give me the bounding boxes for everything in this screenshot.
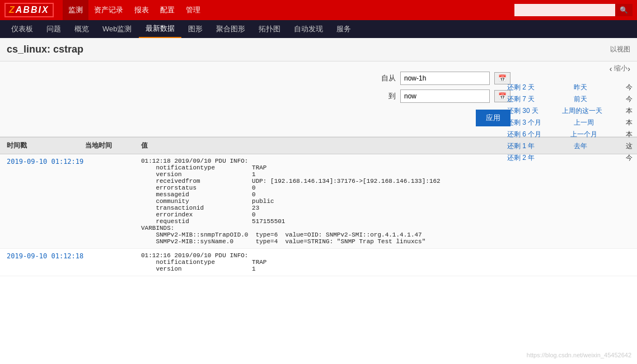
table-row: 2019-09-10 01:12:19 01:12:18 2019/09/10 … <box>0 154 637 249</box>
quick-link-lastweek[interactable]: 上一周 <box>574 118 594 127</box>
top-nav-reports[interactable]: 报表 <box>129 0 154 20</box>
quick-suffix-3: 本 <box>626 118 633 127</box>
quick-link-row-1: 还剩 7 天 前天 今 <box>503 93 637 105</box>
filter-collapse-bar: ‹ 缩小 › <box>605 62 637 75</box>
quick-link-lastyear[interactable]: 去年 <box>574 141 587 151</box>
logo-text: ZABBIX <box>4 3 54 17</box>
page-title-bar: cs_linux: cstrap 以视图 <box>0 38 637 62</box>
table-row: 2019-09-10 01:12:18 01:12:16 2019/09/10 … <box>0 249 637 276</box>
subnav-topology[interactable]: 拓扑图 <box>252 20 287 38</box>
quick-suffix-6: 今 <box>626 153 633 163</box>
cell-timestamp-0[interactable]: 2019-09-10 01:12:19 <box>7 158 85 166</box>
th-localtime: 当地时间 <box>85 141 141 150</box>
subnav-problems[interactable]: 问题 <box>40 20 68 38</box>
quick-link-row-3: 还剩 3 个月 上一周 本 <box>503 117 637 129</box>
search-box: 🔍 <box>514 4 633 16</box>
filter-to-row: 到 📅 <box>379 89 510 103</box>
quick-link-6months[interactable]: 还剩 6 个月 <box>507 130 541 139</box>
subnav-screens[interactable]: 聚合图形 <box>209 20 252 38</box>
quick-link-lastmonth[interactable]: 上一个月 <box>570 130 597 139</box>
page-title-right: 以视图 <box>610 45 630 54</box>
collapse-label[interactable]: 缩小 <box>614 64 627 73</box>
quick-links: 还剩 2 天 昨天 今 还剩 7 天 前天 今 还剩 30 天 上周的这一天 本… <box>503 78 637 167</box>
from-input[interactable] <box>400 72 490 85</box>
to-input[interactable] <box>400 89 490 103</box>
quick-link-yesterday[interactable]: 昨天 <box>574 83 587 92</box>
quick-link-daybefore[interactable]: 前天 <box>574 94 587 104</box>
to-label: 到 <box>379 91 396 101</box>
th-timestamp: 时间戳 <box>7 141 85 150</box>
chevron-left-icon[interactable]: ‹ <box>610 64 612 73</box>
top-nav: 监测 资产记录 报表 配置 管理 <box>63 0 514 20</box>
top-header: ZABBIX 监测 资产记录 报表 配置 管理 🔍 <box>0 0 637 20</box>
subnav-overview[interactable]: 概览 <box>68 20 96 38</box>
quick-link-row-0: 还剩 2 天 昨天 今 <box>503 82 637 93</box>
subnav-web[interactable]: Web监测 <box>96 20 139 38</box>
cell-value-1: 01:12:16 2019/09/10 PDU INFO: notificati… <box>141 252 630 272</box>
quick-link-row-4: 还剩 6 个月 上一个月 本 <box>503 129 637 140</box>
cell-value-0: 01:12:18 2019/09/10 PDU INFO: notificati… <box>141 158 630 245</box>
quick-link-7days[interactable]: 还剩 7 天 <box>507 94 535 104</box>
logo: ZABBIX <box>4 3 54 17</box>
search-button[interactable]: 🔍 <box>615 4 633 16</box>
subnav-services[interactable]: 服务 <box>330 20 358 38</box>
quick-link-2days[interactable]: 还剩 2 天 <box>507 83 535 92</box>
top-nav-config[interactable]: 配置 <box>154 0 180 20</box>
subnav-graphs[interactable]: 图形 <box>181 20 209 38</box>
filter-inputs: 自从 📅 到 📅 应用 <box>7 72 510 126</box>
logo-abbix: ABBIX <box>16 5 49 15</box>
chevron-right-icon[interactable]: › <box>627 64 630 73</box>
sub-nav: 仪表板 问题 概览 Web监测 最新数据 图形 聚合图形 拓扑图 自动发现 服务 <box>0 20 637 38</box>
quick-link-30days[interactable]: 还剩 30 天 <box>507 106 538 116</box>
quick-link-2years[interactable]: 还剩 2 年 <box>507 153 535 163</box>
quick-link-row-2: 还剩 30 天 上周的这一天 本 <box>503 105 637 117</box>
top-nav-assets[interactable]: 资产记录 <box>88 0 129 20</box>
top-nav-monitor[interactable]: 监测 <box>63 0 88 20</box>
from-label: 自从 <box>379 73 396 83</box>
filter-from-row: 自从 📅 <box>379 72 510 85</box>
subnav-discovery[interactable]: 自动发现 <box>287 20 330 38</box>
subnav-dashboard[interactable]: 仪表板 <box>4 20 40 38</box>
quick-suffix-2: 本 <box>626 106 633 116</box>
quick-link-row-5: 还剩 1 年 去年 这 <box>503 140 637 152</box>
quick-suffix-1: 今 <box>626 94 633 104</box>
subnav-latest-data[interactable]: 最新数据 <box>139 20 181 38</box>
search-input[interactable] <box>514 4 615 16</box>
top-nav-admin[interactable]: 管理 <box>180 0 206 20</box>
quick-link-1year[interactable]: 还剩 1 年 <box>507 141 535 151</box>
quick-suffix-4: 本 <box>626 130 633 139</box>
quick-link-thisweek[interactable]: 上周的这一天 <box>562 106 602 116</box>
quick-suffix-0: 今 <box>626 83 633 92</box>
filter-panel: ‹ 缩小 › 自从 📅 到 📅 应用 还剩 2 天 昨天 今 <box>0 62 637 137</box>
page-title: cs_linux: cstrap <box>7 44 83 55</box>
quick-link-3months[interactable]: 还剩 3 个月 <box>507 118 541 127</box>
quick-link-row-6: 还剩 2 年 今 <box>503 152 637 164</box>
quick-suffix-5: 这 <box>626 141 633 151</box>
cell-timestamp-1[interactable]: 2019-09-10 01:12:18 <box>7 252 85 260</box>
logo-z: Z <box>9 5 16 15</box>
